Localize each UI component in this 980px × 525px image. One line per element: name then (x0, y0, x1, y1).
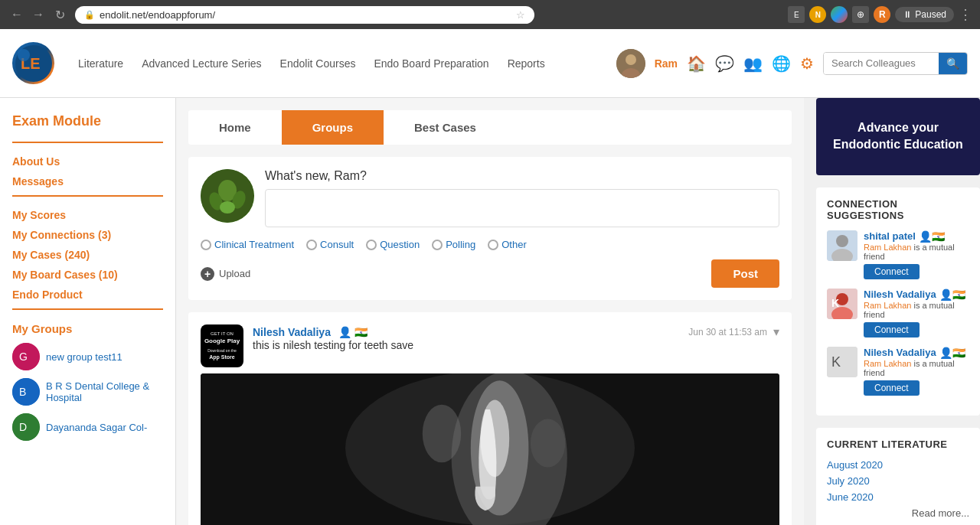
feed-post-text: this is nilesh testing for teeth save (253, 339, 779, 351)
people-icon[interactable]: 👥 (743, 54, 763, 73)
radio-question (366, 240, 377, 250)
read-more-link[interactable]: Read more... (912, 507, 969, 519)
post-prompt: What's new, Ram? (265, 169, 779, 183)
sugg-mutual-3: Ram Lakhan is a mutual friend (864, 359, 969, 377)
sidebar-divider (12, 142, 163, 143)
svg-point-16 (220, 201, 235, 214)
browser-actions: E N ⊕ R ⏸ Paused ⋮ (788, 6, 972, 23)
feed-dropdown-icon[interactable]: ▾ (773, 324, 779, 339)
suggestions-panel: CONNECTION SUGGESTIONS shital patel 👤🇮🇳 (816, 188, 980, 416)
logo-area: LE (12, 42, 66, 84)
suggestion-2: K Nilesh Vadaliya 👤🇮🇳 Ram Lakhan is a mu… (827, 289, 969, 338)
feed-user-name[interactable]: Nilesh Vadaliya (253, 326, 331, 338)
svg-text:K: K (831, 354, 841, 370)
my-groups-title: My Groups (12, 322, 163, 335)
forward-button[interactable]: → (29, 5, 47, 24)
settings-icon[interactable]: ⚙ (800, 54, 814, 73)
sugg-mutual-2: Ram Lakhan is a mutual friend (864, 301, 969, 319)
svg-point-23 (531, 419, 565, 468)
sidebar: Exam Module About Us Messages My Scores … (0, 98, 176, 525)
globe-icon[interactable]: 🌐 (772, 54, 791, 73)
connect-btn-3[interactable]: Connect (864, 380, 920, 396)
ext-icon-1: E (788, 6, 805, 23)
sidebar-endo-product[interactable]: Endo Product (12, 289, 163, 301)
lock-icon: 🔒 (84, 10, 95, 20)
sidebar-my-cases[interactable]: My Cases (240) (12, 249, 163, 261)
sugg-mutual-1: Ram Lakhan is a mutual friend (864, 243, 969, 261)
ext-icon-3 (831, 6, 848, 23)
nav-advanced-lecture[interactable]: Advanced Lecture Series (142, 57, 261, 70)
option-other[interactable]: Other (488, 239, 527, 250)
connect-btn-1[interactable]: Connect (864, 264, 920, 279)
sidebar-about-us[interactable]: About Us (12, 155, 163, 168)
svg-text:G: G (19, 351, 28, 363)
svg-point-25 (836, 235, 848, 247)
group-name-2: B R S Dental College & Hospital (46, 380, 163, 403)
app-header: LE Literature Advanced Lecture Series En… (0, 29, 980, 98)
svg-point-22 (423, 405, 461, 463)
chat-icon[interactable]: 💬 (715, 54, 734, 73)
nav-endolit-courses[interactable]: Endolit Courses (280, 57, 356, 70)
sugg-name-2[interactable]: Nilesh Vadaliya (864, 289, 936, 300)
tab-home[interactable]: Home (188, 110, 282, 145)
sugg-info-1: shital patel 👤🇮🇳 Ram Lakhan is a mutual … (864, 230, 969, 279)
group-item-3[interactable]: D Dayananda Sagar Col- (12, 413, 163, 441)
read-more: Read more... (827, 507, 969, 519)
main-layout: Exam Module About Us Messages My Scores … (0, 98, 980, 525)
search-input[interactable] (824, 53, 939, 74)
svg-point-4 (626, 54, 636, 65)
sidebar-my-board-cases[interactable]: My Board Cases (10) (12, 269, 163, 281)
sidebar-my-scores[interactable]: My Scores (12, 209, 163, 221)
lit-link-august[interactable]: August 2020 (827, 459, 969, 471)
lit-link-june[interactable]: June 2020 (827, 491, 969, 503)
option-clinical-treatment[interactable]: Clinical Treatment (201, 239, 294, 250)
ext-icon-2: N (809, 6, 826, 23)
svg-text:K: K (831, 297, 839, 309)
option-consult[interactable]: Consult (306, 239, 354, 250)
nav-reports[interactable]: Reports (508, 57, 545, 70)
tab-best-cases[interactable]: Best Cases (384, 110, 507, 145)
sugg-name-1[interactable]: shital patel (864, 230, 916, 242)
upload-button[interactable]: + Upload (201, 267, 250, 281)
sidebar-divider-3 (12, 308, 163, 310)
radio-consult (306, 240, 317, 250)
url-text: endolit.net/endoappforum/ (100, 9, 215, 21)
option-polling[interactable]: Polling (432, 239, 475, 250)
sidebar-title: Exam Module (12, 113, 163, 129)
header-right: Ram 🏠 💬 👥 🌐 ⚙ 🔍 (616, 49, 968, 78)
suggestion-3: K Nilesh Vadaliya 👤🇮🇳 Ram Lakhan is a mu… (827, 347, 969, 396)
post-input[interactable] (265, 189, 779, 227)
sugg-name-3[interactable]: Nilesh Vadaliya (864, 347, 936, 358)
nav-literature[interactable]: Literature (78, 57, 123, 70)
sugg-avatar-3: K (827, 347, 858, 377)
more-options-icon[interactable]: ⋮ (959, 6, 972, 23)
tab-groups[interactable]: Groups (282, 110, 384, 145)
literature-panel: CURRENT LITERATURE August 2020 July 2020… (816, 428, 980, 525)
search-button[interactable]: 🔍 (939, 53, 967, 74)
feed-timestamp: Jun 30 at 11:53 am (688, 327, 767, 338)
group-avatar-2: B (12, 378, 40, 406)
sugg-badge-1: 👤🇮🇳 (919, 230, 945, 243)
home-icon[interactable]: 🏠 (687, 54, 706, 73)
back-button[interactable]: ← (8, 5, 26, 24)
sugg-avatar-2: K (827, 289, 858, 319)
address-bar[interactable]: 🔒 endolit.net/endoappforum/ ☆ (75, 6, 534, 24)
group-item-1[interactable]: G new group test11 (12, 343, 163, 370)
connect-btn-2[interactable]: Connect (864, 322, 920, 338)
post-button[interactable]: Post (711, 259, 779, 288)
post-options: Clinical Treatment Consult Question Poll… (201, 239, 779, 250)
paused-button[interactable]: ⏸ Paused (895, 7, 954, 22)
refresh-button[interactable]: ↻ (51, 5, 69, 24)
literature-title: CURRENT LITERATURE (827, 439, 969, 450)
nav-endo-board[interactable]: Endo Board Preparation (374, 57, 488, 70)
group-item-2[interactable]: B B R S Dental College & Hospital (12, 378, 163, 406)
lit-link-july[interactable]: July 2020 (827, 475, 969, 487)
sidebar-divider-2 (12, 195, 163, 197)
upload-plus-icon: + (201, 267, 214, 281)
user-avatar (616, 49, 645, 78)
suggestion-1: shital patel 👤🇮🇳 Ram Lakhan is a mutual … (827, 230, 969, 279)
sugg-info-2: Nilesh Vadaliya 👤🇮🇳 Ram Lakhan is a mutu… (864, 289, 969, 338)
sidebar-my-connections[interactable]: My Connections (3) (12, 229, 163, 241)
option-question[interactable]: Question (366, 239, 420, 250)
sidebar-messages[interactable]: Messages (12, 175, 163, 188)
